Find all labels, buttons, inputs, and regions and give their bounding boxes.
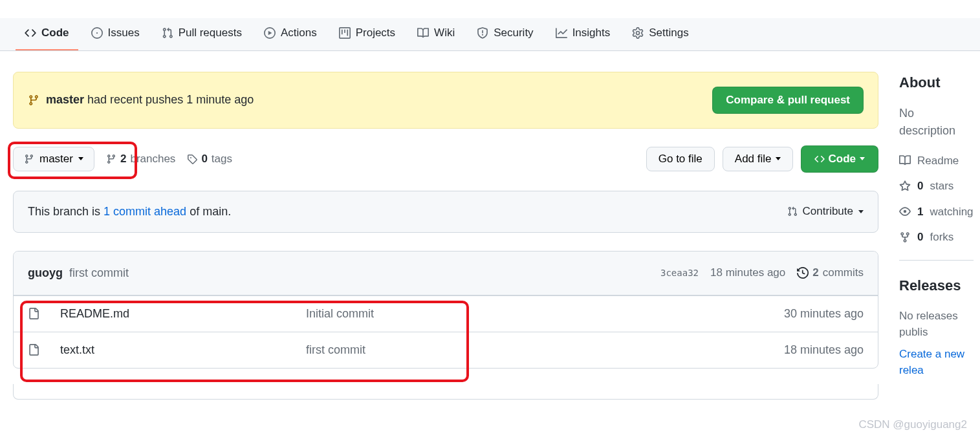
tab-wiki[interactable]: Wiki (408, 18, 464, 50)
caret-down-icon (776, 157, 781, 160)
shield-icon (477, 27, 488, 39)
pull-request-icon (162, 27, 173, 39)
play-icon (264, 27, 276, 39)
releases-none-text: No releases publis (899, 308, 974, 341)
caret-down-icon (860, 157, 865, 160)
file-time-ago: 18 minutes ago (734, 341, 864, 359)
branch-select-button[interactable]: master (13, 147, 94, 171)
branch-info-link[interactable]: 1 commit ahead (103, 205, 186, 218)
latest-commit-author[interactable]: guoyg (28, 264, 63, 282)
file-icon (28, 344, 39, 356)
goto-file-label: Go to file (659, 153, 702, 166)
caret-down-icon (858, 210, 864, 213)
tags-label: tags (212, 151, 232, 167)
stars-link[interactable]: 0 stars (899, 178, 974, 195)
tag-icon (187, 154, 197, 164)
file-commit-message[interactable]: Initial commit (306, 305, 734, 323)
compare-pull-request-button[interactable]: Compare & pull request (712, 87, 864, 114)
tab-issues-label: Issues (108, 25, 140, 41)
recent-push-banner: master had recent pushes 1 minute ago Co… (13, 72, 878, 129)
history-icon (797, 267, 809, 279)
stars-label: stars (930, 178, 953, 195)
branch-icon (28, 94, 39, 106)
graph-icon (556, 27, 567, 39)
forks-count: 0 (917, 229, 923, 246)
repo-tabs: Code Issues Pull requests Actions Projec… (0, 18, 980, 51)
file-list-box: guoyg first commit 3ceaa32 18 minutes ag… (13, 251, 878, 369)
eye-icon (899, 206, 911, 217)
watching-link[interactable]: 1 watching (899, 204, 974, 220)
tab-pr-label: Pull requests (179, 25, 242, 41)
file-name-link[interactable]: text.txt (60, 341, 306, 359)
file-commit-message[interactable]: first commit (306, 341, 734, 359)
branches-label: branches (130, 151, 175, 167)
code-button-label: Code (829, 153, 856, 166)
code-download-button[interactable]: Code (801, 145, 879, 173)
book-icon (899, 155, 911, 166)
commits-link[interactable]: 2 commits (797, 264, 864, 281)
commits-count: 2 (812, 264, 818, 281)
tab-settings-label: Settings (649, 25, 688, 41)
star-icon (899, 180, 911, 192)
branches-count: 2 (120, 151, 126, 167)
branches-link[interactable]: 2 branches (106, 151, 175, 167)
forks-label: forks (930, 229, 953, 246)
tab-code-label: Code (41, 25, 69, 41)
tab-insights[interactable]: Insights (547, 18, 620, 50)
caret-down-icon (78, 157, 83, 160)
goto-file-button[interactable]: Go to file (646, 147, 715, 171)
tab-settings[interactable]: Settings (623, 18, 697, 50)
tab-insights-label: Insights (572, 25, 611, 41)
add-file-label: Add file (735, 153, 772, 166)
project-icon (339, 27, 351, 39)
contribute-label: Contribute (803, 205, 853, 218)
file-time-ago: 30 minutes ago (734, 305, 864, 323)
latest-commit-message[interactable]: first commit (69, 264, 129, 282)
sidebar-divider (899, 260, 974, 261)
branch-info-suffix: of main. (186, 205, 231, 218)
about-description: No description (899, 105, 974, 140)
latest-commit-sha[interactable]: 3ceaa32 (660, 266, 699, 280)
pull-request-icon (787, 206, 798, 217)
file-name-link[interactable]: README.md (60, 305, 306, 323)
branch-icon (24, 154, 34, 164)
tab-code[interactable]: Code (16, 18, 78, 50)
readme-link[interactable]: Readme (899, 153, 974, 169)
readme-box-top (13, 384, 878, 400)
releases-heading: Releases (899, 275, 974, 296)
compare-pr-label: Compare & pull request (726, 94, 850, 107)
tab-projects-label: Projects (356, 25, 395, 41)
code-icon (814, 154, 825, 164)
contribute-button[interactable]: Contribute (787, 205, 864, 218)
flash-branch: master (46, 93, 84, 106)
tab-projects[interactable]: Projects (330, 18, 404, 50)
file-row: README.md Initial commit 30 minutes ago (14, 295, 878, 332)
branch-icon (106, 154, 116, 164)
file-icon (28, 308, 39, 319)
issue-icon (91, 27, 103, 39)
latest-commit-time: 18 minutes ago (710, 264, 785, 281)
readme-label: Readme (917, 153, 959, 169)
tab-security-label: Security (494, 25, 533, 41)
tab-wiki-label: Wiki (434, 25, 455, 41)
commits-label: commits (823, 264, 864, 281)
tab-actions[interactable]: Actions (255, 18, 326, 50)
create-release-link[interactable]: Create a new relea (899, 348, 964, 377)
flash-text: had recent pushes 1 minute ago (84, 93, 254, 106)
tags-link[interactable]: 0 tags (187, 151, 232, 167)
latest-commit-header: guoyg first commit 3ceaa32 18 minutes ag… (14, 252, 878, 295)
fork-icon (899, 231, 911, 243)
forks-link[interactable]: 0 forks (899, 229, 974, 246)
stars-count: 0 (917, 178, 923, 195)
about-heading: About (899, 72, 974, 93)
tags-count: 0 (201, 151, 207, 167)
code-icon (25, 27, 36, 39)
branch-info-box: This branch is 1 commit ahead of main. C… (13, 191, 878, 233)
tab-issues[interactable]: Issues (82, 18, 149, 50)
file-row: text.txt first commit 18 minutes ago (14, 332, 878, 368)
add-file-button[interactable]: Add file (723, 147, 793, 171)
tab-pull-requests[interactable]: Pull requests (153, 18, 251, 50)
gear-icon (632, 27, 644, 39)
tab-security[interactable]: Security (468, 18, 542, 50)
watching-count: 1 (917, 204, 923, 220)
